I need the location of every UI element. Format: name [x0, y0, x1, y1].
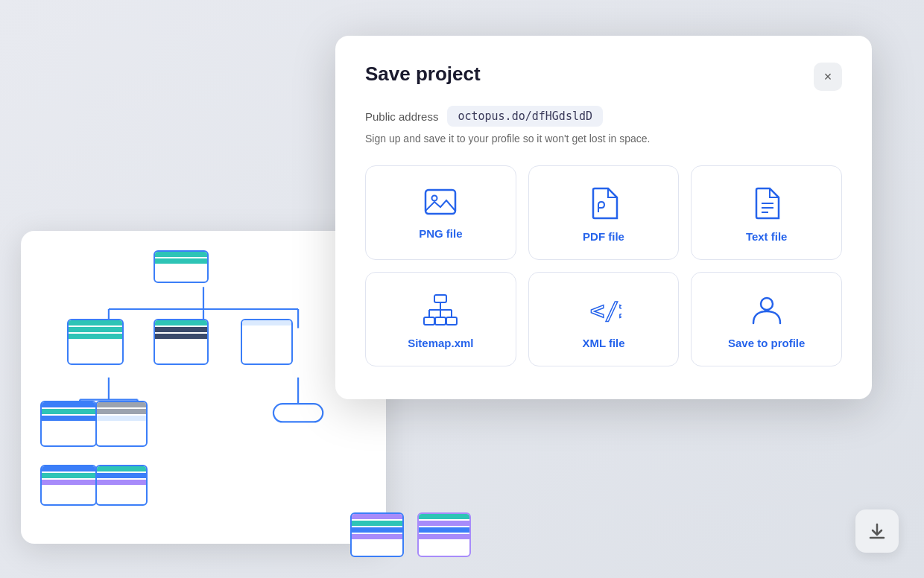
svg-rect-22	[446, 317, 457, 325]
public-address-value: octopus.do/dfHGdsldD	[447, 106, 603, 127]
node-l1-left	[67, 319, 124, 365]
bottom-node-right	[417, 512, 471, 557]
download-icon	[867, 521, 887, 541]
svg-point-14	[432, 196, 437, 201]
node-l1-right	[241, 319, 293, 365]
option-pdf[interactable]: PDF file	[528, 165, 680, 260]
modal-title: Save project	[365, 63, 481, 86]
node-root	[154, 250, 209, 283]
svg-rect-19	[434, 295, 446, 302]
svg-rect-12	[273, 404, 323, 422]
svg-rect-20	[424, 317, 434, 325]
option-xml-label: XML file	[582, 337, 624, 349]
save-project-modal: Save project × Public address octopus.do…	[335, 36, 872, 399]
option-xml[interactable]: </> XML file	[528, 272, 680, 366]
option-sitemap[interactable]: Sitemap.xml	[365, 272, 516, 366]
svg-point-29	[761, 298, 773, 310]
option-pdf-label: PDF file	[583, 230, 624, 243]
xml-icon: </>	[586, 293, 621, 326]
close-button[interactable]: ×	[814, 63, 842, 91]
profile-icon	[750, 293, 783, 326]
option-profile[interactable]: Save to profile	[691, 272, 842, 366]
text-icon	[752, 187, 782, 220]
pdf-icon	[589, 187, 618, 220]
svg-text:</>: </>	[590, 296, 621, 325]
background-sitemap-card	[21, 231, 386, 544]
image-icon	[424, 187, 457, 217]
public-address-row: Public address octopus.do/dfHGdsldD	[365, 106, 842, 127]
option-sitemap-label: Sitemap.xml	[408, 337, 473, 349]
modal-subtitle: Sign up and save it to your profile so i…	[365, 133, 842, 144]
option-png[interactable]: PNG file	[365, 165, 516, 260]
modal-header: Save project ×	[365, 63, 842, 91]
option-text[interactable]: Text file	[691, 165, 842, 260]
public-address-label: Public address	[365, 110, 438, 123]
node-l3-right	[95, 465, 148, 506]
save-options-grid: PNG file PDF file	[365, 165, 842, 366]
node-l1-mid	[154, 319, 209, 365]
sitemap-icon	[423, 293, 458, 326]
node-l2-mid	[95, 401, 148, 447]
option-png-label: PNG file	[419, 227, 462, 240]
node-l2-left	[40, 401, 97, 447]
option-profile-label: Save to profile	[728, 337, 805, 349]
svg-rect-13	[425, 190, 455, 214]
svg-rect-21	[435, 317, 446, 325]
download-button[interactable]	[855, 509, 899, 553]
bottom-node-left	[350, 512, 404, 557]
node-l3-left	[40, 465, 97, 506]
option-text-label: Text file	[746, 230, 788, 243]
